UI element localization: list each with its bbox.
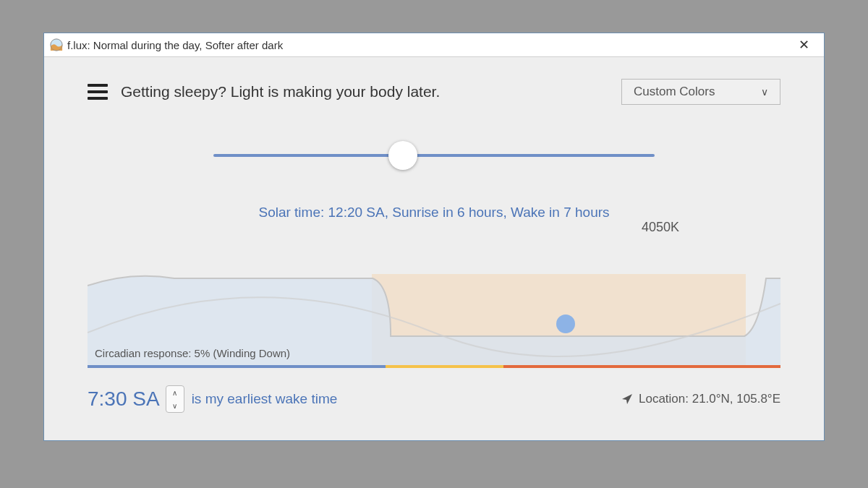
stepper-down-icon[interactable]: ∨ <box>172 402 177 410</box>
wake-time-label: is my earliest wake time <box>192 391 338 407</box>
app-window: f.lux: Normal during the day, Softer aft… <box>43 33 825 441</box>
preset-dropdown-label: Custom Colors <box>634 85 715 99</box>
slider-thumb[interactable] <box>388 141 417 170</box>
app-icon <box>50 38 63 51</box>
day-phase-colorbar <box>88 365 780 368</box>
content-area: Getting sleepy? Light is making your bod… <box>44 57 824 427</box>
location-button[interactable]: Location: 21.0°N, 105.8°E <box>621 392 780 406</box>
header-message: Getting sleepy? Light is making your bod… <box>121 83 440 100</box>
titlebar: f.lux: Normal during the day, Softer aft… <box>44 33 824 57</box>
circadian-response-label: Circadian response: 5% (Winding Down) <box>95 347 290 359</box>
close-button[interactable]: ✕ <box>789 37 818 53</box>
location-label: Location: 21.0°N, 105.8°E <box>639 392 780 406</box>
slider-track <box>213 154 655 157</box>
colorbar-night <box>503 365 780 368</box>
window-title: f.lux: Normal during the day, Softer aft… <box>67 39 789 51</box>
colorbar-day <box>88 365 386 368</box>
wake-time-value: 7:30 SA <box>88 388 160 411</box>
preset-dropdown[interactable]: Custom Colors ∨ <box>621 79 780 105</box>
header-row: Getting sleepy? Light is making your bod… <box>88 79 780 105</box>
wake-row: 7:30 SA ∧ ∨ is my earliest wake time Loc… <box>88 385 780 413</box>
colorbar-sunset <box>386 365 503 368</box>
current-time-marker <box>556 314 575 333</box>
color-temperature-slider[interactable] <box>213 141 655 170</box>
location-arrow-icon <box>621 393 633 405</box>
menu-icon[interactable] <box>88 84 108 100</box>
solar-time-text: Solar time: 12:20 SA, Sunrise in 6 hours… <box>88 205 780 221</box>
chevron-down-icon: ∨ <box>761 86 768 98</box>
stepper-up-icon[interactable]: ∧ <box>172 389 177 397</box>
wake-time-stepper[interactable]: ∧ ∨ <box>166 385 184 413</box>
color-temperature-label: 4050K <box>642 220 679 235</box>
daylight-graph: Circadian response: 5% (Winding Down) <box>88 264 780 372</box>
